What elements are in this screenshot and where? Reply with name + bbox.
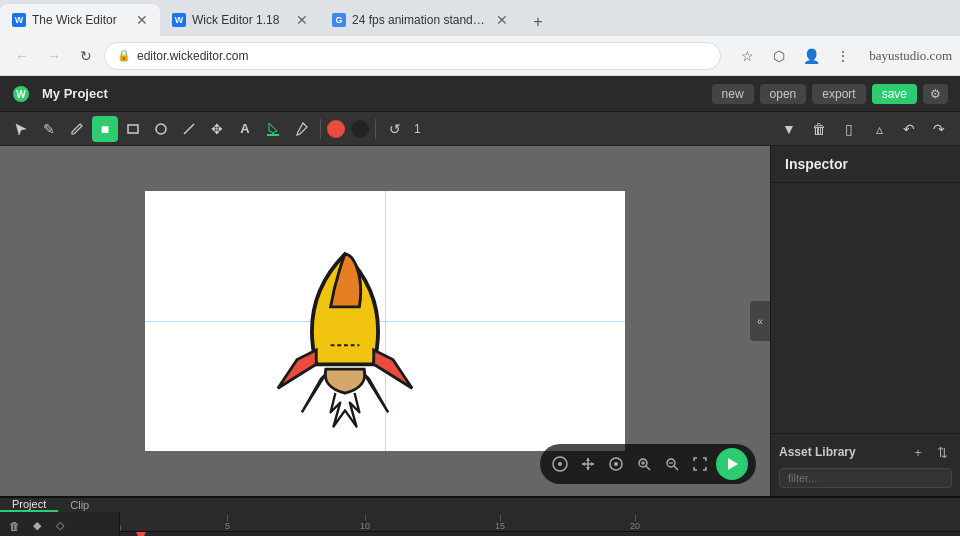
frame-indicator: 1 bbox=[414, 122, 421, 136]
svg-point-3 bbox=[156, 124, 166, 134]
nav-icons: ☆ ⬡ 👤 ⋮ bbox=[733, 42, 857, 70]
toolbar: ✎ ■ ✥ A ↺ 1 ▼ 🗑 ▯ bbox=[0, 112, 960, 146]
layer-frames bbox=[120, 532, 960, 536]
app: W My Project new open export save ⚙ ✎ ■ … bbox=[0, 76, 960, 496]
timeline-frame-track[interactable] bbox=[120, 532, 960, 536]
settings-button[interactable]: ⚙ bbox=[923, 84, 948, 104]
brand-text: bayustudio.com bbox=[869, 48, 952, 64]
pen-tool[interactable]: ✎ bbox=[36, 116, 62, 142]
cursor-tool[interactable] bbox=[8, 116, 34, 142]
line-tool[interactable] bbox=[176, 116, 202, 142]
bookmark-icon[interactable]: ☆ bbox=[733, 42, 761, 70]
play-button[interactable] bbox=[716, 448, 748, 480]
transform-tool[interactable]: ✥ bbox=[204, 116, 230, 142]
timeline-body: 🗑 ◆ ◇ 🔒 Layer + 5 bbox=[0, 512, 960, 536]
asset-filter-input[interactable] bbox=[779, 468, 952, 488]
rocket-artwork bbox=[205, 211, 485, 441]
more-icon[interactable]: ⋮ bbox=[829, 42, 857, 70]
rectangle-tool[interactable] bbox=[120, 116, 146, 142]
asset-library-title: Asset Library bbox=[779, 445, 856, 459]
ruler-mark-10: 10 bbox=[360, 515, 370, 531]
timeline-tab-project[interactable]: Project bbox=[0, 498, 58, 512]
pan-control-btn[interactable] bbox=[548, 452, 572, 476]
tab-favicon-1: W bbox=[12, 13, 26, 27]
app-header-actions: new open export save ⚙ bbox=[712, 84, 948, 104]
new-button[interactable]: new bbox=[712, 84, 754, 104]
fill-color-swatch[interactable] bbox=[327, 120, 345, 138]
tab-close-2[interactable]: ✕ bbox=[296, 12, 308, 28]
browser-chrome: W The Wick Editor ✕ W Wick Editor 1.18 ✕… bbox=[0, 0, 960, 76]
text-tool[interactable]: A bbox=[232, 116, 258, 142]
frame-number: 1 bbox=[414, 122, 421, 136]
import-asset-button[interactable]: ⇅ bbox=[932, 442, 952, 462]
zoom-in-control-btn[interactable] bbox=[632, 452, 656, 476]
export-button[interactable]: export bbox=[812, 84, 865, 104]
undo-btn[interactable]: ↶ bbox=[896, 116, 922, 142]
toolbar-separator-2 bbox=[375, 119, 376, 139]
ruler-mark-5: 5 bbox=[225, 515, 230, 531]
circle-tool[interactable] bbox=[148, 116, 174, 142]
delete-btn[interactable]: 🗑 bbox=[806, 116, 832, 142]
svg-text:W: W bbox=[16, 89, 26, 100]
recenter-control-btn[interactable] bbox=[604, 452, 628, 476]
zoom-out-control-btn[interactable] bbox=[660, 452, 684, 476]
fit-control-btn[interactable] bbox=[688, 452, 712, 476]
asset-library-actions: + ⇅ bbox=[908, 442, 952, 462]
timeline-tab-clip[interactable]: Clip bbox=[58, 498, 101, 512]
delete-frame-btn[interactable]: 🗑 bbox=[4, 516, 24, 536]
playhead[interactable] bbox=[140, 532, 142, 536]
stroke-color-swatch[interactable] bbox=[351, 120, 369, 138]
tab-favicon-2: W bbox=[172, 13, 186, 27]
save-button[interactable]: save bbox=[872, 84, 917, 104]
dropdown-btn[interactable]: ▼ bbox=[776, 116, 802, 142]
collapse-inspector-btn[interactable]: « bbox=[750, 301, 770, 341]
tab-title-2: Wick Editor 1.18 bbox=[192, 13, 290, 27]
tab-close-3[interactable]: ✕ bbox=[496, 12, 508, 28]
new-tab-button[interactable]: + bbox=[524, 8, 552, 36]
asset-library-header: Asset Library + ⇅ bbox=[779, 442, 952, 462]
tab-wick-editor[interactable]: W The Wick Editor ✕ bbox=[0, 4, 160, 36]
paste-btn[interactable]: ▵ bbox=[866, 116, 892, 142]
add-asset-button[interactable]: + bbox=[908, 442, 928, 462]
blank-keyframe-btn[interactable]: ◇ bbox=[50, 516, 70, 536]
svg-point-6 bbox=[558, 462, 562, 466]
tab-title-1: The Wick Editor bbox=[32, 13, 130, 27]
nav-bar: ← → ↻ 🔒 editor.wickeditor.com ☆ ⬡ 👤 ⋮ ba… bbox=[0, 36, 960, 76]
main-area: « Inspector Asset Library + ⇅ bbox=[0, 146, 960, 496]
canvas-controls bbox=[540, 444, 756, 484]
redo-btn[interactable]: ↷ bbox=[926, 116, 952, 142]
ruler-mark-20: 20 bbox=[630, 515, 640, 531]
toolbar-right: ▼ 🗑 ▯ ▵ ↶ ↷ bbox=[776, 116, 952, 142]
tab-google[interactable]: G 24 fps animation standard - Go... ✕ bbox=[320, 4, 520, 36]
pencil-tool[interactable] bbox=[64, 116, 90, 142]
reload-button[interactable]: ↻ bbox=[72, 42, 100, 70]
fill-tool[interactable] bbox=[260, 116, 286, 142]
eyedropper-tool[interactable] bbox=[288, 116, 314, 142]
svg-line-4 bbox=[184, 124, 194, 134]
back-button[interactable]: ← bbox=[8, 42, 36, 70]
tab-favicon-3: G bbox=[332, 13, 346, 27]
app-title: My Project bbox=[42, 86, 108, 101]
app-header: W My Project new open export save ⚙ bbox=[0, 76, 960, 112]
move-control-btn[interactable] bbox=[576, 452, 600, 476]
timeline-left-panel: 🗑 ◆ ◇ 🔒 Layer + bbox=[0, 512, 120, 536]
profile-icon[interactable]: 👤 bbox=[797, 42, 825, 70]
tab-wick-118[interactable]: W Wick Editor 1.18 ✕ bbox=[160, 4, 320, 36]
copy-btn[interactable]: ▯ bbox=[836, 116, 862, 142]
tab-close-1[interactable]: ✕ bbox=[136, 12, 148, 28]
open-button[interactable]: open bbox=[760, 84, 807, 104]
svg-point-8 bbox=[614, 462, 618, 466]
ruler-mark-15: 15 bbox=[495, 515, 505, 531]
canvas-area[interactable]: « bbox=[0, 146, 770, 496]
brush-tool[interactable]: ■ bbox=[92, 116, 118, 142]
address-bar[interactable]: 🔒 editor.wickeditor.com bbox=[104, 42, 721, 70]
timeline-ruler: 5 10 15 20 bbox=[120, 512, 960, 532]
add-keyframe-btn[interactable]: ◆ bbox=[27, 516, 47, 536]
reset-btn[interactable]: ↺ bbox=[382, 116, 408, 142]
inspector-title: Inspector bbox=[771, 146, 960, 183]
toolbar-separator-1 bbox=[320, 119, 321, 139]
tab-title-3: 24 fps animation standard - Go... bbox=[352, 13, 490, 27]
canvas[interactable] bbox=[145, 191, 625, 451]
extensions-icon[interactable]: ⬡ bbox=[765, 42, 793, 70]
forward-button[interactable]: → bbox=[40, 42, 68, 70]
